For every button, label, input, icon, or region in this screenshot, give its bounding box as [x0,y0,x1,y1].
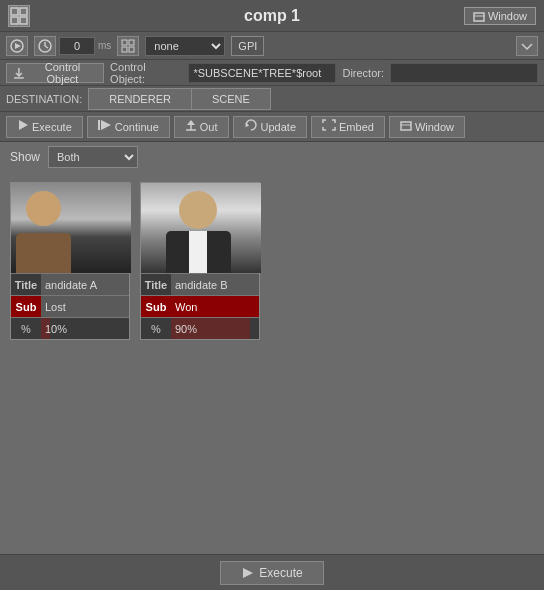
bottom-execute-button[interactable]: Execute [220,561,323,585]
window-btn-label: Window [488,10,527,22]
card-b-percent-bar-container: 90% [171,318,259,339]
card-b-head [179,191,217,229]
svg-rect-3 [20,17,27,24]
card-a-sub-label: Sub [11,296,41,317]
update-button[interactable]: Update [233,116,307,138]
svg-rect-13 [122,47,127,52]
card-a-percent-label: % [11,318,41,339]
renderer-label: RENDERER [109,93,171,105]
card-b-image [141,183,261,273]
embed-label: Embed [339,121,374,133]
card-a-img-bg [11,183,131,273]
update-icon [244,119,258,134]
download-icon [13,67,25,79]
settings-dropdown-icon[interactable] [516,36,538,56]
card-a-title-field: Title andidate A [11,273,129,295]
title-bar-left [8,5,30,27]
expand-icon [322,119,336,131]
title-bar: comp 1 Window [0,0,544,32]
card-b-img-bg [141,183,261,273]
svg-rect-24 [401,122,411,130]
card-b-sub-value: Won [171,296,259,317]
card-b-percent-text: 90% [171,323,201,335]
toolbar-icon-1[interactable] [6,36,28,56]
time-input-group: ms [34,36,111,56]
card-b-percent-label: % [141,318,171,339]
execute-icon [17,119,29,134]
svg-rect-2 [11,17,18,24]
card-b-title-value: andidate B [171,274,259,295]
app-icon [8,5,30,27]
card-b-sub-field: Sub Won [141,295,259,317]
bottom-bar: Execute [0,554,544,590]
control-object-value-input[interactable] [188,63,336,83]
actions-window-icon [400,119,412,134]
out-button[interactable]: Out [174,116,229,138]
svg-marker-7 [15,43,21,49]
scene-label: SCENE [212,93,250,105]
scene-button[interactable]: SCENE [191,88,271,110]
continue-button[interactable]: Continue [87,116,170,138]
control-object-btn-label: Control Object [28,61,97,85]
card-a-percent-field: % 10% [11,317,129,339]
refresh-icon [244,119,258,131]
time-value-input[interactable] [59,37,95,55]
card-a-percent-bar-container: 10% [41,318,129,339]
director-value-input[interactable] [390,63,538,83]
control-object-field-label: Control Object: [110,61,182,85]
svg-rect-12 [129,40,134,45]
page-title: comp 1 [244,7,300,25]
card-b-sub-label: Sub [141,296,171,317]
actions-window-button[interactable]: Window [389,116,465,138]
actions-window-label: Window [415,121,454,133]
director-label: Director: [342,67,384,79]
play-icon [17,119,29,131]
embed-icon [322,119,336,134]
card-a-title-label: Title [11,274,41,295]
card-b-percent-field: % 90% [141,317,259,339]
card-b-title-field: Title andidate B [141,273,259,295]
update-label: Update [261,121,296,133]
svg-rect-14 [129,47,134,52]
gpi-label: GPI [238,40,257,52]
grid-icon [121,39,135,53]
bottom-execute-icon [241,566,255,580]
upload-icon [185,119,197,131]
clock-icon-btn[interactable] [34,36,56,56]
svg-marker-20 [187,120,195,125]
card-b: Title andidate B Sub Won % 90% [140,182,260,340]
card-a: Title andidate A Sub Lost % 10% [10,182,130,340]
none-dropdown[interactable]: none [145,36,225,56]
window-button[interactable]: Window [464,7,536,25]
window-icon [473,10,485,22]
continue-play-icon [98,119,112,131]
out-label: Out [200,121,218,133]
show-label: Show [10,150,40,164]
svg-rect-11 [122,40,127,45]
continue-label: Continue [115,121,159,133]
execute-button[interactable]: Execute [6,116,83,138]
embed-button[interactable]: Embed [311,116,385,138]
card-a-body [16,233,71,273]
chevron-down-icon [520,39,534,53]
svg-line-10 [45,46,48,48]
media-icon [9,38,25,54]
svg-marker-26 [243,568,253,578]
grid-icon-btn[interactable] [117,36,139,56]
svg-marker-17 [19,120,28,130]
control-object-button[interactable]: Control Object [6,63,104,83]
svg-rect-4 [474,13,484,21]
gpi-button[interactable]: GPI [231,36,264,56]
destination-label: DESTINATION: [6,93,82,105]
svg-rect-1 [20,8,27,15]
renderer-button[interactable]: RENDERER [88,88,191,110]
out-icon [185,119,197,134]
card-a-head [26,191,61,226]
show-row: Show Both Renderer Scene [0,142,544,172]
card-a-image [11,183,131,273]
show-select[interactable]: Both Renderer Scene [48,146,138,168]
card-a-sub-field: Sub Lost [11,295,129,317]
svg-marker-19 [101,120,111,130]
cards-area: Title andidate A Sub Lost % 10% [0,172,544,350]
control-object-row: Control Object Control Object: Director: [0,60,544,86]
